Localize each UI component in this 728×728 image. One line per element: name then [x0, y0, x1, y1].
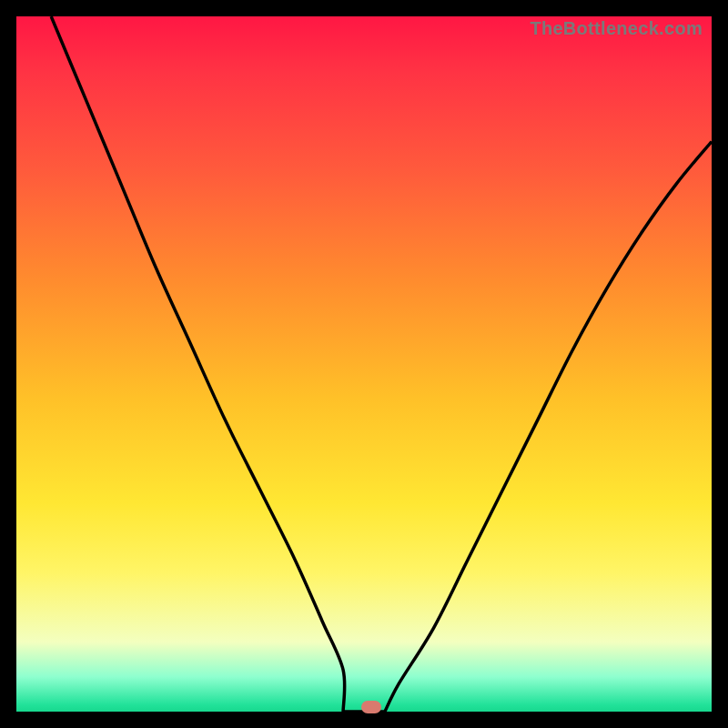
chart-stage: TheBottleneck.com [0, 0, 728, 728]
bottleneck-curve [16, 16, 712, 712]
plot-area: TheBottleneck.com [16, 16, 712, 712]
optimal-marker [361, 701, 381, 713]
curve-path [51, 16, 712, 712]
